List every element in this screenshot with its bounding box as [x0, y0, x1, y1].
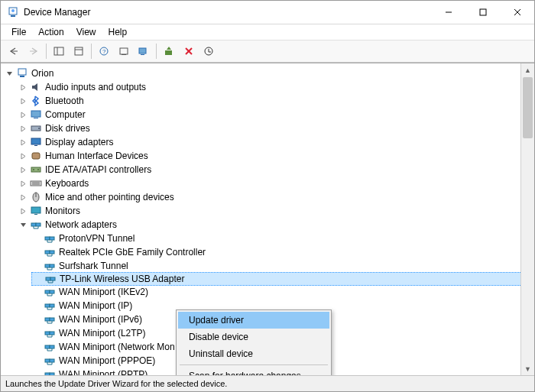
ctx-uninstall-device[interactable]: Uninstall device: [178, 345, 329, 362]
app-icon: [7, 6, 19, 18]
network-adapter-icon: [44, 300, 56, 312]
expand-icon[interactable]: [18, 123, 28, 134]
expand-icon[interactable]: [18, 178, 28, 189]
tree-device[interactable]: Realtek PCIe GbE Family Controller: [31, 245, 534, 259]
scroll-up-icon[interactable]: ▲: [521, 63, 534, 76]
svg-rect-62: [46, 277, 50, 280]
menu-help[interactable]: Help: [102, 25, 134, 39]
expand-spacer: [31, 355, 42, 366]
status-text: Launches the Update Driver Wizard for th…: [5, 379, 227, 388]
tree-category[interactable]: Keyboards: [18, 177, 534, 190]
tree-category[interactable]: Human Interface Devices: [18, 149, 534, 163]
expand-icon[interactable]: [18, 164, 28, 175]
svg-rect-18: [141, 54, 144, 55]
expand-icon[interactable]: [18, 219, 28, 230]
expand-spacer: [31, 233, 42, 244]
svg-rect-47: [45, 237, 50, 240]
vertical-scrollbar[interactable]: ▲ ▼: [520, 63, 534, 375]
disk-icon: [30, 122, 42, 134]
menu-file[interactable]: File: [5, 25, 32, 39]
view-devices-button[interactable]: [135, 42, 153, 60]
mouse-icon: [30, 191, 42, 203]
svg-rect-92: [45, 359, 50, 362]
tree-category[interactable]: Bluetooth: [18, 94, 534, 108]
scroll-down-icon[interactable]: ▼: [521, 362, 534, 375]
scan-button[interactable]: [115, 42, 133, 60]
svg-rect-97: [45, 373, 50, 375]
ctx-update-driver[interactable]: Update driver: [178, 312, 329, 329]
computer-root-icon: [16, 67, 28, 79]
svg-rect-35: [31, 181, 41, 186]
ctx-separator: [180, 364, 328, 365]
show-hide-tree-button[interactable]: [50, 42, 68, 60]
scrollbar-thumb[interactable]: [523, 77, 533, 138]
ctx-disable-device[interactable]: Disable device: [178, 329, 329, 345]
toolbar: ?: [1, 40, 534, 63]
tree-category[interactable]: Computer: [18, 108, 534, 121]
tree-category[interactable]: IDE ATA/ATAPI controllers: [18, 163, 534, 177]
svg-rect-15: [120, 48, 128, 54]
svg-rect-73: [50, 304, 54, 307]
minimize-button[interactable]: [431, 1, 465, 24]
menu-action[interactable]: Action: [32, 25, 70, 39]
tree-category[interactable]: Monitors: [18, 204, 534, 218]
network-icon: [30, 219, 42, 231]
svg-rect-29: [31, 138, 41, 144]
expand-icon[interactable]: [18, 206, 28, 216]
audio-icon: [30, 81, 42, 93]
expand-spacer: [32, 274, 43, 284]
maximize-button[interactable]: [465, 1, 500, 24]
tree-device[interactable]: Surfshark Tunnel: [31, 259, 534, 273]
svg-point-2: [11, 9, 15, 12]
expand-spacer: [31, 369, 42, 375]
tree-category[interactable]: Display adapters: [18, 135, 534, 149]
help-button[interactable]: ?: [95, 42, 113, 60]
tree-device[interactable]: ProtonVPN Tunnel: [31, 232, 534, 245]
disable-button[interactable]: [199, 42, 218, 60]
uninstall-button[interactable]: [180, 42, 198, 60]
expand-spacer: [31, 261, 42, 271]
tree-root[interactable]: Orion: [4, 66, 534, 80]
keyboard-icon: [30, 177, 42, 190]
network-adapter-icon: [44, 232, 56, 245]
expand-icon[interactable]: [18, 137, 28, 147]
update-driver-button[interactable]: [160, 42, 178, 60]
properties-button[interactable]: [70, 42, 88, 60]
tree-label: WAN Miniport (PPTP): [59, 369, 148, 375]
tree-label: WAN Miniport (IKEv2): [59, 287, 148, 297]
svg-rect-52: [45, 251, 50, 254]
expand-icon[interactable]: [18, 151, 28, 161]
expand-icon[interactable]: [18, 109, 28, 120]
tree-label: Human Interface Devices: [45, 151, 148, 161]
window-title: Device Manager: [24, 7, 431, 18]
tree-label: WAN Miniport (L2TP): [59, 328, 146, 339]
tree-label: Realtek PCIe GbE Family Controller: [59, 247, 206, 258]
tree-label: IDE ATA/ATAPI controllers: [45, 164, 151, 175]
ide-icon: [30, 164, 42, 176]
monitor-icon: [30, 205, 42, 217]
svg-rect-43: [36, 223, 41, 226]
nav-back-button[interactable]: [5, 42, 23, 60]
tree-category[interactable]: Audio inputs and outputs: [18, 80, 534, 94]
tree-category[interactable]: Mice and other pointing devices: [18, 190, 534, 204]
expand-icon[interactable]: [18, 82, 28, 92]
ctx-scan-hardware[interactable]: Scan for hardware changes: [178, 368, 329, 375]
expand-spacer: [31, 247, 42, 258]
expand-icon[interactable]: [18, 192, 28, 202]
nav-forward-button[interactable]: [24, 42, 43, 60]
svg-rect-16: [122, 54, 126, 55]
tree-category[interactable]: Disk drives: [18, 121, 534, 135]
tree-label: WAN Miniport (Network Mon: [59, 342, 175, 352]
expand-icon[interactable]: [18, 96, 28, 106]
menu-view[interactable]: View: [70, 25, 102, 39]
tree-device[interactable]: TP-Link Wireless USB Adapter: [31, 272, 534, 286]
expand-icon[interactable]: [4, 68, 15, 79]
svg-rect-78: [50, 318, 54, 321]
network-adapter-icon: [44, 273, 57, 285]
tree-label: WAN Miniport (PPPOE): [59, 355, 155, 366]
tree-device[interactable]: WAN Miniport (IKEv2): [31, 285, 534, 299]
network-adapter-icon: [44, 327, 56, 339]
close-button[interactable]: [500, 1, 534, 24]
computer-icon: [30, 109, 42, 121]
tree-category[interactable]: Network adapters: [18, 218, 534, 232]
